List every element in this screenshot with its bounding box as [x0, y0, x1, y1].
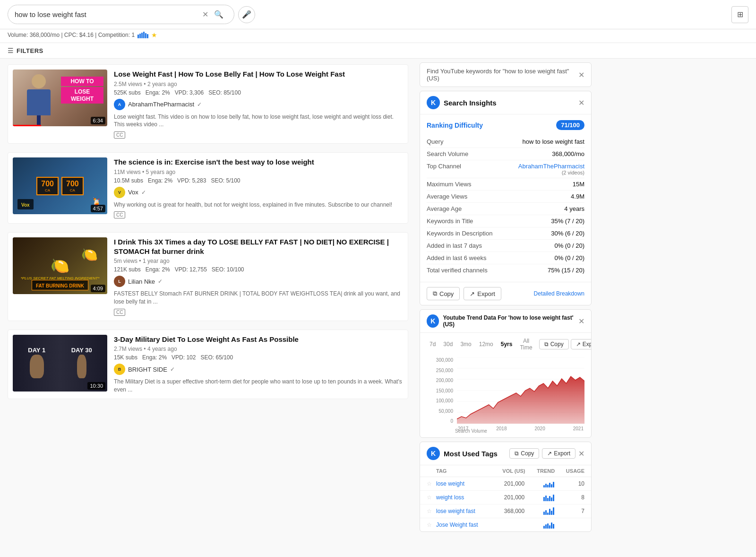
time-btn-3mo[interactable]: 3mo: [457, 340, 474, 348]
video-thumbnail[interactable]: 🍋 🍋 FAT BURNING DRINK *PLUS SECRET FAT M…: [13, 237, 107, 294]
tag-name-4[interactable]: Jose Weight fast: [436, 522, 495, 528]
mic-button[interactable]: 🎤: [238, 6, 255, 23]
channel-row: A AbrahamThePharmacist ✓: [114, 99, 403, 110]
video-thumbnail[interactable]: HOW TO LOSE WEIGHT 6:34: [13, 70, 107, 126]
video-thumbnail[interactable]: Vox 700 CA 700 CA 🍹: [13, 157, 107, 214]
find-keywords-text: Find YouTube keywords for "how to lose w…: [427, 68, 578, 82]
insight-row-kw-desc: Keywords in Description 30% (6 / 20): [427, 227, 584, 240]
filters-bar: ☰ FILTERS: [0, 43, 756, 59]
video-desc: FASTEST BELLY Stomach FAT BURNER DRINK |…: [114, 290, 403, 306]
search-button[interactable]: 🔍: [210, 8, 227, 21]
tag-star-1[interactable]: ☆: [427, 480, 433, 487]
tag-name-3[interactable]: lose weight fast: [436, 508, 495, 514]
tags-close-button[interactable]: ✕: [578, 448, 584, 459]
copy-trend-icon: ⧉: [544, 341, 549, 348]
video-meta: 11M views • 5 years ago: [114, 169, 403, 175]
insight-val: 4 years: [564, 205, 584, 212]
tag-star-2[interactable]: ☆: [427, 494, 433, 501]
tag-name-2[interactable]: weight loss: [436, 494, 495, 501]
channel-name[interactable]: AbrahamThePharmacist: [128, 101, 194, 108]
tag-name-1[interactable]: lose weight: [436, 480, 495, 487]
tags-header: K Most Used Tags ⧉ Copy ↗ Export ✕: [420, 442, 591, 465]
y-label-250k: 250,000: [427, 368, 453, 373]
channel-row: L Lilian Nke ✓: [114, 276, 403, 287]
filters-label[interactable]: FILTERS: [17, 47, 43, 54]
export-trend-icon: ↗: [576, 341, 581, 348]
tag-trend-bars-3: [524, 507, 555, 515]
video-info: 3-Day Military Diet To Lose Weight As Fa…: [114, 335, 403, 394]
trend-close-button[interactable]: ✕: [578, 317, 584, 326]
video-vpd: VPD: 5,283: [177, 177, 206, 184]
time-btn-12mo[interactable]: 12mo: [476, 340, 496, 348]
export-tags-icon: ↗: [547, 450, 552, 457]
video-seo: SEO: 5/100: [211, 177, 240, 184]
copy-tags-button[interactable]: ⧉ Copy: [509, 448, 539, 459]
insight-val: 4.9M: [571, 193, 584, 200]
video-card: HOW TO LOSE WEIGHT 6:34 Lose Weight Fast…: [8, 64, 408, 144]
time-btn-30d[interactable]: 30d: [440, 340, 455, 348]
time-btn-alltime[interactable]: All Time: [517, 337, 535, 352]
insight-row-top-channel: Top Channel AbrahamThePharmacist (2 vide…: [427, 160, 584, 178]
video-title[interactable]: Lose Weight Fast | How To Lose Belly Fat…: [114, 70, 403, 79]
trend-header-left: K Youtube Trend Data For 'how to lose we…: [427, 314, 578, 328]
k-logo-tags: K: [427, 447, 440, 460]
find-keywords-close[interactable]: ✕: [578, 70, 584, 79]
bar-6: [147, 34, 148, 38]
insight-row-kw-title: Keywords in Title 35% (7 / 20): [427, 215, 584, 227]
time-btn-7d[interactable]: 7d: [427, 340, 438, 348]
trend-header: K Youtube Trend Data For 'how to lose we…: [420, 310, 591, 333]
detailed-breakdown-link[interactable]: Detailed Breakdown: [534, 290, 584, 297]
video-title[interactable]: The science is in: Exercise isn't the be…: [114, 157, 403, 167]
video-subs: 10.5M subs: [114, 177, 143, 184]
copy-insights-button[interactable]: ⧉ Copy: [427, 287, 460, 300]
tag-vol-2: 201,000: [495, 494, 524, 501]
clear-button[interactable]: ✕: [200, 10, 210, 19]
insights-body: Ranking Difficulty 71/100 Query how to l…: [420, 114, 591, 282]
tag-star-4[interactable]: ☆: [427, 522, 433, 528]
plus-button[interactable]: ⊞: [731, 6, 748, 23]
y-label-0: 0: [427, 418, 453, 424]
video-meta: 2.5M views • 2 years ago: [114, 81, 403, 87]
video-age: 4 years ago: [147, 346, 177, 352]
video-stats: 10.5M subs Enga: 2% VPD: 5,283 SEO: 5/10…: [114, 177, 403, 184]
video-seo: SEO: 10/100: [212, 266, 244, 273]
channel-name[interactable]: Vox: [128, 189, 138, 196]
trend-actions-row: 7d 30d 3mo 12mo 5yrs All Time ⧉ Copy ↗ E…: [420, 333, 591, 356]
star-icon[interactable]: ★: [151, 31, 157, 39]
bar-3: [141, 33, 143, 38]
video-views: 11M views: [114, 169, 141, 175]
copy-tags-icon: ⧉: [515, 450, 519, 457]
export-trend-button[interactable]: ↗ Export: [571, 339, 592, 349]
channel-name[interactable]: Lilian Nke: [128, 278, 155, 285]
top-channel-link[interactable]: AbrahamThePharmacist: [518, 163, 584, 170]
copy-trend-button[interactable]: ⧉ Copy: [539, 339, 569, 349]
insight-row-6weeks: Added in last 6 weeks 0% (0 / 20): [427, 252, 584, 264]
channel-name[interactable]: BRIGHT SIDE: [128, 366, 167, 373]
volume-info: Volume: 368,000/mo | CPC: $4.16 | Compet…: [0, 29, 756, 43]
insight-val: 15M: [573, 181, 584, 188]
search-bar-area: ✕ 🔍 🎤 ⊞: [0, 0, 756, 29]
video-title[interactable]: I Drink This 3X Times a day TO LOSE BELL…: [114, 237, 403, 256]
tag-row: ☆ lose weight 201,000 10: [420, 477, 591, 491]
tag-usage-2: 8: [555, 494, 584, 501]
insights-close-button[interactable]: ✕: [578, 98, 584, 107]
video-engagement: Enga: 2%: [142, 354, 167, 361]
video-vpd: VPD: 102: [172, 354, 196, 361]
insight-val: how to lose weight fast: [522, 138, 584, 145]
video-title[interactable]: 3-Day Military Diet To Lose Weight As Fa…: [114, 335, 403, 344]
video-thumbnail[interactable]: DAY 1 DAY 30 10:30: [13, 335, 107, 392]
ranking-difficulty-label: Ranking Difficulty: [427, 122, 483, 129]
verified-icon: ✓: [170, 366, 175, 373]
tag-vol-1: 201,000: [495, 480, 524, 487]
video-stats: 525K subs Enga: 2% VPD: 3,306 SEO: 85/10…: [114, 89, 403, 96]
export-insights-button[interactable]: ↗ Export: [464, 287, 501, 300]
filter-icon: ☰: [8, 47, 14, 54]
export-tags-button[interactable]: ↗ Export: [542, 448, 576, 459]
tag-trend-bars-1: [524, 480, 555, 487]
x-label-2020: 2020: [535, 426, 545, 431]
search-input[interactable]: [15, 10, 200, 18]
time-btn-5yrs[interactable]: 5yrs: [498, 340, 515, 348]
tag-star-3[interactable]: ☆: [427, 508, 433, 514]
copy-trend-label: Copy: [550, 341, 564, 348]
copy-icon: ⧉: [433, 290, 437, 297]
